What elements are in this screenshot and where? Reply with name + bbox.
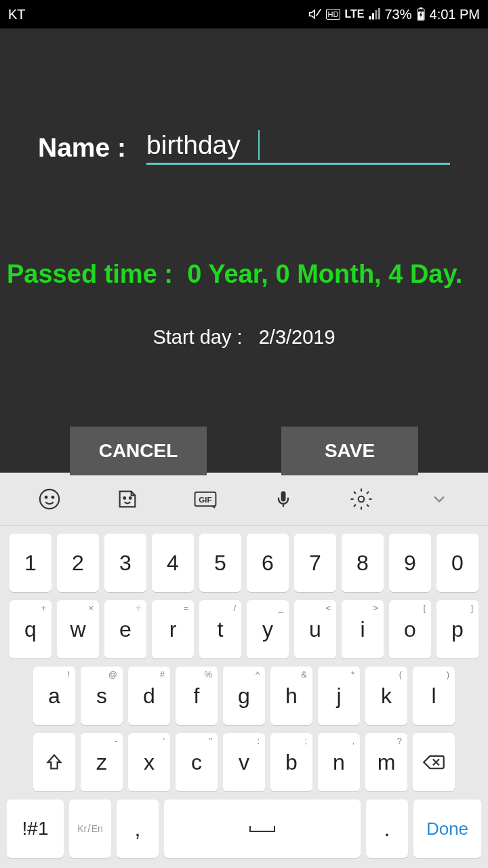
svg-rect-11: [282, 505, 283, 507]
passed-time-value: 0 Year, 0 Month, 4 Day.: [187, 260, 462, 288]
signal-icon: [368, 8, 380, 20]
key-d[interactable]: #d: [128, 667, 170, 725]
hd-icon: HD: [326, 9, 341, 20]
battery-percent: 73%: [384, 7, 411, 22]
battery-icon: [416, 7, 426, 21]
start-day-label: Start day :: [152, 326, 242, 348]
key-5[interactable]: 5: [199, 534, 241, 592]
key-7[interactable]: 7: [294, 534, 336, 592]
svg-rect-2: [420, 7, 422, 9]
start-day-value: 2/3/2019: [259, 326, 336, 348]
done-key[interactable]: Done: [413, 800, 481, 858]
key-a[interactable]: !a: [33, 667, 75, 725]
language-key[interactable]: Kr/En: [69, 800, 111, 858]
svg-point-4: [39, 489, 58, 508]
name-input-wrap: [146, 130, 450, 165]
key-o[interactable]: [o: [389, 600, 431, 658]
symbols-key[interactable]: !#1: [7, 800, 64, 858]
key-t[interactable]: /t: [199, 600, 241, 658]
key-8[interactable]: 8: [342, 534, 384, 592]
key-r[interactable]: =r: [152, 600, 194, 658]
keyboard-row-4: -z'x"c:v;b,n?m: [7, 733, 481, 791]
svg-text:GIF: GIF: [199, 496, 211, 504]
chevron-down-icon[interactable]: [427, 487, 451, 511]
gif-icon[interactable]: GIF: [193, 487, 218, 511]
app-body: Name : Passed time : 0 Year, 0 Month, 4 …: [0, 28, 488, 473]
name-input[interactable]: [146, 130, 450, 165]
text-cursor: [258, 130, 260, 160]
emoji-icon[interactable]: [37, 487, 62, 511]
space-key[interactable]: [164, 800, 361, 858]
key-2[interactable]: 2: [57, 534, 99, 592]
key-u[interactable]: <u: [294, 600, 336, 658]
svg-point-12: [358, 496, 364, 502]
keyboard: GIF 1234567890 +q×w÷e=r/t_y<u>i[o]p !a@s…: [0, 473, 488, 868]
key-l[interactable]: )l: [413, 667, 455, 725]
period-key[interactable]: .: [366, 800, 408, 858]
shift-key[interactable]: [33, 733, 75, 791]
key-n[interactable]: ,n: [318, 733, 360, 791]
sticker-icon[interactable]: [115, 487, 140, 511]
svg-point-6: [52, 496, 54, 498]
name-row: Name :: [0, 28, 488, 165]
key-k[interactable]: (k: [365, 667, 407, 725]
svg-line-0: [316, 9, 321, 16]
mute-icon: [308, 7, 322, 21]
svg-point-5: [45, 496, 47, 498]
passed-time-label: Passed time :: [7, 260, 173, 288]
network-type: LTE: [344, 8, 364, 20]
key-e[interactable]: ÷e: [104, 600, 146, 658]
key-w[interactable]: ×w: [57, 600, 99, 658]
carrier-label: KT: [8, 7, 26, 22]
keyboard-toolbar: GIF: [0, 473, 488, 526]
keyboard-row-5: !#1 Kr/En , . Done: [7, 800, 481, 858]
key-j[interactable]: *j: [318, 667, 360, 725]
key-h[interactable]: &h: [270, 667, 312, 725]
clock: 4:01 PM: [430, 7, 480, 22]
key-c[interactable]: "c: [176, 733, 218, 791]
key-s[interactable]: @s: [81, 667, 123, 725]
key-p[interactable]: ]p: [436, 600, 479, 658]
mic-icon[interactable]: [271, 487, 296, 511]
svg-point-8: [129, 497, 131, 499]
backspace-key[interactable]: [413, 733, 455, 791]
key-x[interactable]: 'x: [128, 733, 170, 791]
passed-time: Passed time : 0 Year, 0 Month, 4 Day.: [0, 165, 488, 289]
key-m[interactable]: ?m: [365, 733, 407, 791]
cancel-button[interactable]: CANCEL: [70, 427, 207, 475]
key-0[interactable]: 0: [436, 534, 479, 592]
key-4[interactable]: 4: [152, 534, 194, 592]
keyboard-row-3: !a@s#d%f^g&h*j(k)l: [7, 667, 481, 725]
keyboard-row-2: +q×w÷e=r/t_y<u>i[o]p: [7, 600, 481, 658]
key-q[interactable]: +q: [9, 600, 52, 658]
start-day: Start day : 2/3/2019: [0, 289, 488, 349]
status-bar: KT HD LTE 73% 4:01 PM: [0, 0, 488, 28]
key-i[interactable]: >i: [342, 600, 384, 658]
gear-icon[interactable]: [349, 487, 373, 511]
comma-key[interactable]: ,: [117, 800, 159, 858]
name-label: Name :: [38, 133, 126, 163]
keyboard-row-1: 1234567890: [7, 534, 481, 592]
key-f[interactable]: %f: [176, 667, 218, 725]
save-button[interactable]: SAVE: [281, 427, 418, 475]
key-v[interactable]: :v: [223, 733, 265, 791]
key-6[interactable]: 6: [247, 534, 289, 592]
key-9[interactable]: 9: [389, 534, 431, 592]
key-g[interactable]: ^g: [223, 667, 265, 725]
key-3[interactable]: 3: [104, 534, 146, 592]
key-y[interactable]: _y: [247, 600, 289, 658]
key-z[interactable]: -z: [81, 733, 123, 791]
key-b[interactable]: ;b: [270, 733, 312, 791]
keyboard-rows: 1234567890 +q×w÷e=r/t_y<u>i[o]p !a@s#d%f…: [0, 526, 488, 858]
button-row: CANCEL SAVE: [0, 349, 488, 475]
key-1[interactable]: 1: [9, 534, 52, 592]
status-right: HD LTE 73% 4:01 PM: [308, 7, 480, 22]
svg-point-7: [123, 497, 125, 499]
